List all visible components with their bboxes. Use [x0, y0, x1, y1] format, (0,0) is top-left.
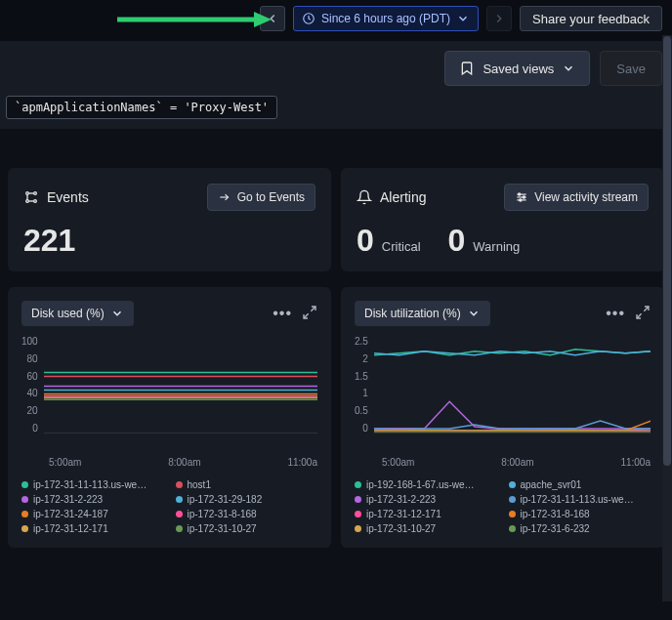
chart-plot[interactable]	[374, 336, 651, 433]
y-tick: 0.5	[355, 405, 368, 416]
y-tick: 60	[27, 371, 38, 382]
time-range-picker[interactable]: Since 6 hours ago (PDT)	[293, 6, 479, 31]
legend-dot	[21, 496, 28, 503]
clock-icon	[302, 12, 315, 25]
events-card: Events Go to Events 221	[8, 168, 331, 271]
legend-label: apache_svr01	[521, 479, 582, 490]
legend-label: ip-172-31-11-113.us-we…	[521, 494, 634, 505]
chevron-down-icon	[110, 307, 124, 320]
expand-icon[interactable]	[635, 305, 651, 320]
legend-item[interactable]: ip-172-31-2-223	[355, 494, 497, 505]
x-tick: 11:00a	[620, 457, 651, 468]
legend-dot	[355, 496, 361, 503]
chart-more-button[interactable]: •••	[606, 305, 625, 322]
legend-dot	[509, 525, 516, 532]
svg-point-16	[520, 199, 522, 201]
chart-more-button[interactable]: •••	[273, 305, 292, 322]
legend-dot	[509, 496, 516, 503]
svg-point-4	[34, 192, 37, 195]
query-filter-chip[interactable]: `apmApplicationNames` = 'Proxy-West'	[6, 96, 277, 119]
save-button: Save	[600, 51, 662, 86]
legend-item[interactable]: ip-172-31-10-27	[355, 523, 497, 534]
critical-label: Critical	[382, 239, 421, 254]
legend-item[interactable]: ip-172-31-6-232	[509, 523, 651, 534]
warning-label: Warning	[473, 239, 520, 254]
arrow-right-icon	[218, 190, 231, 204]
legend-dot	[176, 496, 183, 503]
legend-label: ip-172-31-10-27	[188, 523, 257, 534]
legend-item[interactable]: apache_svr01	[509, 479, 651, 490]
legend-item[interactable]: ip-172-31-12-171	[21, 523, 164, 534]
svg-line-19	[644, 307, 649, 311]
legend-dot	[21, 525, 28, 532]
y-tick: 2	[362, 353, 368, 364]
legend-label: ip-172-31-2-223	[366, 494, 436, 505]
svg-line-20	[637, 313, 642, 318]
legend-label: ip-172-31-29-182	[188, 494, 263, 505]
events-title: Events	[47, 189, 89, 205]
y-tick: 80	[27, 353, 38, 364]
legend-dot	[176, 511, 183, 517]
y-tick: 1.5	[355, 371, 368, 382]
y-tick: 100	[21, 336, 38, 347]
bell-icon	[357, 189, 372, 205]
share-feedback-button[interactable]: Share your feedback	[520, 6, 662, 31]
svg-point-15	[523, 196, 525, 198]
svg-point-6	[34, 200, 37, 203]
chart-title: Disk used (%)	[31, 307, 105, 320]
events-icon	[23, 189, 39, 205]
events-count: 221	[23, 225, 315, 256]
legend-item[interactable]: host1	[176, 479, 318, 490]
y-tick: 0	[362, 423, 368, 434]
legend-dot	[355, 481, 361, 488]
legend-label: host1	[188, 479, 211, 490]
y-tick: 20	[27, 405, 38, 416]
chart-plot[interactable]	[44, 336, 317, 433]
legend-label: ip-172-31-8-168	[521, 509, 590, 519]
legend-item[interactable]: ip-172-31-11-113.us-we…	[509, 494, 651, 505]
legend-item[interactable]: ip-172-31-11-113.us-we…	[21, 479, 164, 490]
legend-item[interactable]: ip-172-31-8-168	[176, 509, 318, 519]
alerting-card: Alerting View activity stream 0 Critical…	[341, 168, 664, 271]
chart-title-dropdown[interactable]: Disk used (%)	[21, 301, 134, 326]
expand-icon[interactable]	[302, 305, 317, 320]
bookmark-icon	[459, 61, 475, 76]
alerting-title: Alerting	[380, 189, 426, 205]
warning-count: 0	[448, 225, 466, 256]
legend-item[interactable]: ip-192-168-1-67.us-we…	[355, 479, 497, 490]
x-tick: 8:00am	[501, 457, 533, 468]
sliders-icon	[515, 190, 528, 204]
saved-views-button[interactable]: Saved views	[444, 51, 590, 86]
chart-title-dropdown[interactable]: Disk utilization (%)	[355, 301, 490, 326]
go-to-events-button[interactable]: Go to Events	[207, 184, 315, 211]
legend-dot	[355, 511, 361, 517]
legend-item[interactable]: ip-172-31-8-168	[509, 509, 651, 519]
critical-count: 0	[357, 225, 374, 256]
chart-card-1: Disk utilization (%)•••2.521.510.505:00a…	[341, 287, 664, 548]
legend-item[interactable]: ip-172-31-10-27	[176, 523, 318, 534]
legend-label: ip-172-31-12-171	[33, 523, 108, 534]
x-tick: 11:00a	[287, 457, 317, 468]
legend-item[interactable]: ip-172-31-29-182	[176, 494, 318, 505]
view-activity-stream-button[interactable]: View activity stream	[504, 184, 649, 211]
legend-label: ip-172-31-11-113.us-we…	[33, 479, 147, 490]
svg-line-17	[311, 307, 315, 311]
y-tick: 0	[32, 423, 38, 434]
legend-dot	[176, 525, 183, 532]
svg-line-18	[304, 313, 309, 318]
legend-dot	[21, 481, 28, 488]
legend-item[interactable]: ip-172-31-2-223	[21, 494, 164, 505]
legend-dot	[21, 511, 28, 517]
svg-point-14	[519, 193, 521, 195]
time-next-button[interactable]	[486, 6, 512, 31]
legend-item[interactable]: ip-172-31-12-171	[355, 509, 497, 519]
legend-item[interactable]: ip-172-31-24-187	[21, 509, 164, 519]
chevron-down-icon	[467, 307, 481, 320]
legend-label: ip-172-31-12-171	[366, 509, 441, 519]
scrollbar-thumb[interactable]	[663, 36, 671, 466]
legend-label: ip-172-31-24-187	[33, 509, 108, 519]
legend-label: ip-172-31-8-168	[188, 509, 257, 519]
legend-dot	[509, 511, 516, 517]
time-prev-button[interactable]	[260, 6, 285, 31]
vertical-scrollbar[interactable]	[662, 35, 672, 601]
